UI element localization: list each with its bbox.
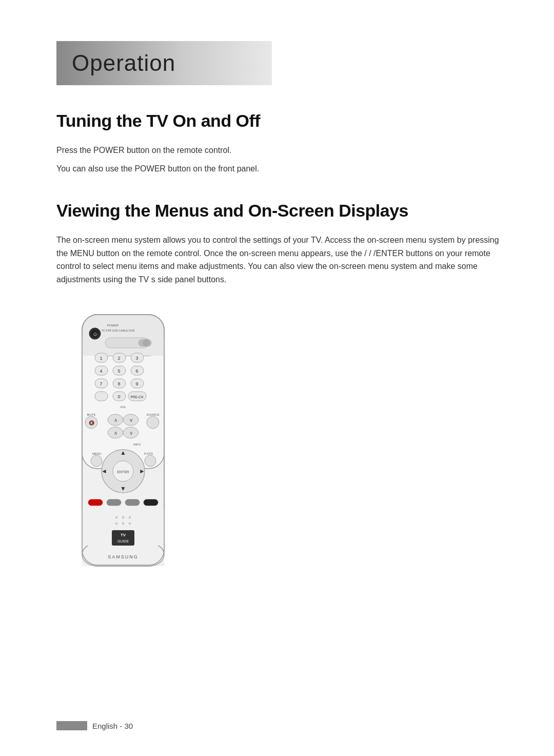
svg-text:TV: TV — [121, 533, 126, 537]
svg-text:▲: ▲ — [120, 449, 126, 456]
svg-point-73 — [122, 516, 125, 518]
svg-rect-65 — [144, 499, 158, 506]
svg-text:MUTE: MUTE — [87, 413, 96, 416]
svg-text:5: 5 — [117, 369, 120, 374]
footer-page-text: English - 30 — [92, 722, 133, 730]
svg-text:9: 9 — [135, 381, 138, 386]
tuning-section: Tuning the TV On and Off Press the POWER… — [56, 111, 503, 175]
svg-text:GUIDE: GUIDE — [117, 539, 129, 543]
svg-text:P.STD: P.STD — [144, 452, 153, 455]
svg-text:🔇: 🔇 — [89, 420, 95, 426]
svg-text:1: 1 — [100, 356, 102, 361]
remote-svg: POWER ⏻ TV STB VCR CABLE DVD MODE 1 2 3 — [67, 312, 180, 610]
viewing-title: Viewing the Menus and On-Screen Displays — [56, 201, 503, 221]
tuning-para-2: You can also use the POWER button on the… — [56, 162, 503, 176]
svg-text:POWER: POWER — [107, 324, 119, 327]
tuning-para-1: Press the POWER button on the remote con… — [56, 144, 503, 157]
svg-text:8: 8 — [117, 381, 120, 386]
svg-text:INFO: INFO — [133, 443, 141, 446]
viewing-para-1: The on-screen menu system allows you to … — [56, 234, 503, 286]
svg-text:SOURCE: SOURCE — [146, 413, 160, 416]
svg-rect-63 — [107, 499, 121, 506]
svg-text:TV  STB  VCR  CABLE  DVD: TV STB VCR CABLE DVD — [101, 329, 134, 332]
svg-text:0: 0 — [117, 394, 120, 399]
svg-text:PRE-CH: PRE-CH — [131, 395, 144, 399]
svg-point-12 — [143, 340, 149, 346]
svg-point-45 — [147, 416, 159, 429]
remote-illustration: POWER ⏻ TV STB VCR CABLE DVD MODE 1 2 3 — [56, 312, 503, 610]
svg-text:∨: ∨ — [129, 430, 133, 436]
svg-point-61 — [145, 455, 156, 467]
svg-text:⏻: ⏻ — [93, 332, 97, 337]
svg-text:3: 3 — [135, 356, 138, 361]
svg-text:∨: ∨ — [129, 417, 133, 423]
svg-text:◄: ◄ — [101, 468, 107, 475]
svg-point-60 — [91, 455, 102, 467]
svg-rect-62 — [88, 499, 103, 506]
svg-point-74 — [129, 516, 131, 518]
svg-text:7: 7 — [100, 381, 102, 386]
tuning-title: Tuning the TV On and Off — [56, 111, 503, 131]
viewing-section: Viewing the Menus and On-Screen Displays… — [56, 201, 503, 286]
svg-text:SAMSUNG: SAMSUNG — [108, 554, 138, 559]
svg-text:∧: ∧ — [114, 417, 117, 423]
svg-text:6: 6 — [135, 369, 138, 374]
page-title: Operation — [72, 50, 256, 76]
footer-bar — [56, 721, 87, 730]
svg-point-72 — [115, 516, 118, 518]
svg-text:4: 4 — [100, 369, 102, 374]
svg-text:2: 2 — [117, 356, 120, 361]
footer: English - 30 — [56, 721, 133, 730]
svg-text:VOL: VOL — [120, 405, 127, 409]
page-container: Operation Tuning the TV On and Off Press… — [0, 0, 554, 651]
section-header: Operation — [56, 41, 272, 85]
svg-rect-31 — [95, 392, 108, 401]
svg-rect-64 — [125, 499, 140, 506]
svg-text:MENU: MENU — [92, 452, 102, 455]
svg-point-77 — [129, 522, 131, 525]
svg-text:▼: ▼ — [120, 485, 126, 492]
svg-point-76 — [122, 522, 125, 525]
svg-text:►: ► — [139, 468, 145, 475]
svg-text:∧: ∧ — [114, 430, 117, 436]
svg-point-75 — [115, 522, 118, 525]
svg-text:ENTER: ENTER — [117, 470, 129, 474]
